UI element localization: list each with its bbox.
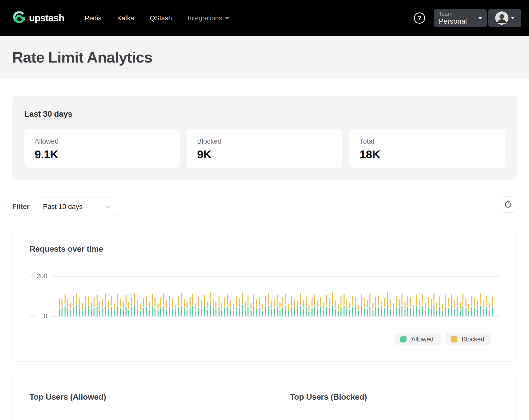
- chart-bars[interactable]: [59, 276, 494, 316]
- bar-21[interactable]: [120, 276, 121, 316]
- bar-70[interactable]: [262, 276, 263, 316]
- bar-65[interactable]: [247, 276, 248, 316]
- nav-item-integrations[interactable]: Integrations: [188, 14, 229, 22]
- bar-101[interactable]: [352, 276, 353, 316]
- bar-102[interactable]: [355, 276, 356, 316]
- bar-122[interactable]: [413, 276, 414, 316]
- bar-124[interactable]: [419, 276, 420, 316]
- bar-29[interactable]: [143, 276, 144, 316]
- bar-99[interactable]: [346, 276, 347, 316]
- bar-56[interactable]: [221, 276, 222, 316]
- bar-32[interactable]: [152, 276, 153, 316]
- bar-133[interactable]: [445, 276, 446, 316]
- bar-138[interactable]: [460, 276, 461, 316]
- bar-108[interactable]: [372, 276, 374, 316]
- bar-89[interactable]: [317, 276, 318, 316]
- bar-26[interactable]: [134, 276, 135, 316]
- bar-87[interactable]: [312, 276, 313, 316]
- bar-118[interactable]: [401, 276, 402, 316]
- bar-52[interactable]: [210, 276, 211, 316]
- bar-96[interactable]: [338, 276, 339, 316]
- bar-74[interactable]: [274, 276, 275, 316]
- bar-148[interactable]: [489, 276, 490, 316]
- bar-100[interactable]: [349, 276, 350, 316]
- bar-125[interactable]: [422, 276, 423, 316]
- bar-46[interactable]: [192, 276, 193, 316]
- bar-83[interactable]: [300, 276, 301, 316]
- bar-39[interactable]: [172, 276, 173, 316]
- bar-24[interactable]: [128, 276, 129, 316]
- bar-134[interactable]: [448, 276, 449, 316]
- bar-111[interactable]: [381, 276, 382, 316]
- bar-94[interactable]: [332, 276, 333, 316]
- bar-146[interactable]: [483, 276, 484, 316]
- bar-22[interactable]: [123, 276, 124, 316]
- nav-item-redis[interactable]: Redis: [85, 14, 101, 22]
- bar-62[interactable]: [239, 276, 240, 316]
- bar-73[interactable]: [271, 276, 272, 316]
- bar-114[interactable]: [390, 276, 391, 316]
- time-range-select[interactable]: Past 10 days: [36, 198, 117, 216]
- bar-49[interactable]: [201, 276, 202, 316]
- bar-115[interactable]: [393, 276, 394, 316]
- bar-105[interactable]: [364, 276, 365, 316]
- bar-35[interactable]: [160, 276, 161, 316]
- bar-61[interactable]: [236, 276, 237, 316]
- bar-142[interactable]: [471, 276, 472, 316]
- bar-147[interactable]: [486, 276, 487, 316]
- bar-2[interactable]: [65, 276, 66, 316]
- team-selector[interactable]: Team Personal: [434, 9, 487, 27]
- bar-93[interactable]: [329, 276, 330, 316]
- bar-113[interactable]: [387, 276, 388, 316]
- bar-54[interactable]: [215, 276, 216, 316]
- bar-20[interactable]: [117, 276, 118, 316]
- bar-11[interactable]: [91, 276, 92, 316]
- bar-117[interactable]: [399, 276, 400, 316]
- bar-130[interactable]: [436, 276, 437, 316]
- bar-144[interactable]: [477, 276, 478, 316]
- bar-69[interactable]: [259, 276, 260, 316]
- bar-129[interactable]: [433, 276, 434, 316]
- bar-66[interactable]: [251, 276, 252, 316]
- bar-71[interactable]: [265, 276, 266, 316]
- bar-58[interactable]: [227, 276, 228, 316]
- bar-78[interactable]: [285, 276, 286, 316]
- bar-136[interactable]: [454, 276, 455, 316]
- nav-item-kafka[interactable]: Kafka: [117, 14, 134, 22]
- bar-121[interactable]: [410, 276, 411, 316]
- bar-82[interactable]: [297, 276, 298, 316]
- bar-64[interactable]: [245, 276, 246, 316]
- bar-34[interactable]: [158, 276, 159, 316]
- bar-18[interactable]: [111, 276, 112, 316]
- bar-50[interactable]: [204, 276, 205, 316]
- bar-76[interactable]: [279, 276, 281, 316]
- bar-127[interactable]: [428, 276, 429, 316]
- bar-137[interactable]: [457, 276, 458, 316]
- legend-item-allowed[interactable]: Allowed: [395, 333, 441, 345]
- bar-98[interactable]: [344, 276, 345, 316]
- bar-92[interactable]: [326, 276, 327, 316]
- bar-6[interactable]: [76, 276, 77, 316]
- bar-44[interactable]: [186, 276, 188, 316]
- bar-90[interactable]: [320, 276, 321, 316]
- bar-7[interactable]: [79, 276, 80, 316]
- bar-9[interactable]: [85, 276, 86, 316]
- legend-item-blocked[interactable]: Blocked: [446, 333, 491, 345]
- bar-5[interactable]: [73, 276, 74, 316]
- bar-8[interactable]: [82, 276, 83, 316]
- bar-88[interactable]: [314, 276, 315, 316]
- bar-55[interactable]: [219, 276, 220, 316]
- bar-75[interactable]: [277, 276, 278, 316]
- bar-131[interactable]: [439, 276, 440, 316]
- bar-48[interactable]: [198, 276, 199, 316]
- bar-51[interactable]: [207, 276, 208, 316]
- bar-40[interactable]: [175, 276, 176, 316]
- bar-25[interactable]: [131, 276, 132, 316]
- bar-37[interactable]: [166, 276, 167, 316]
- bar-123[interactable]: [416, 276, 417, 316]
- bar-77[interactable]: [282, 276, 283, 316]
- bar-103[interactable]: [358, 276, 359, 316]
- bar-91[interactable]: [323, 276, 324, 316]
- bar-28[interactable]: [140, 276, 141, 316]
- bar-85[interactable]: [306, 276, 307, 316]
